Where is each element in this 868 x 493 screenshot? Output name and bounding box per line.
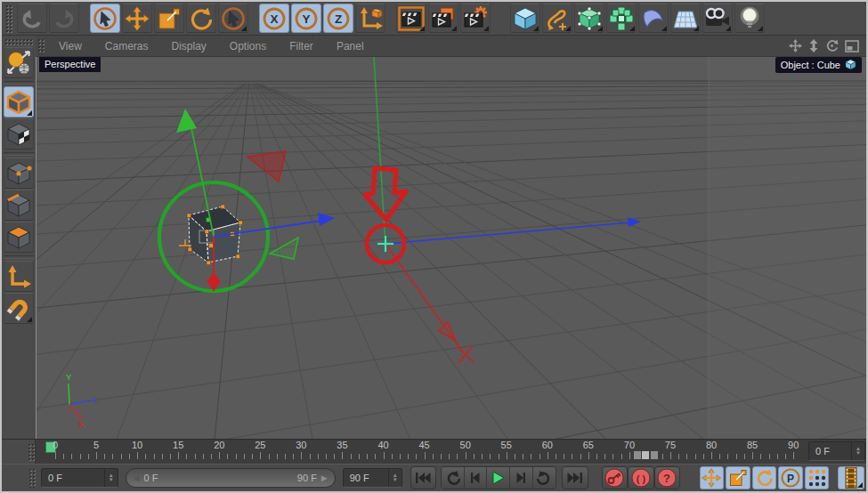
ruler-tick	[203, 454, 204, 459]
perspective-viewport[interactable]: Y Z X Perspective Object : Cube	[36, 57, 866, 439]
play-button[interactable]	[487, 467, 510, 489]
ruler-tick	[752, 452, 753, 459]
redo-button[interactable]	[49, 4, 79, 33]
toggle-view-layout-icon[interactable]	[845, 40, 859, 53]
ruler-tick	[269, 454, 270, 459]
ruler-tick	[662, 454, 663, 459]
ruler-tick	[211, 454, 212, 459]
undo-button[interactable]	[17, 4, 47, 33]
previous-frame-button[interactable]	[465, 467, 488, 489]
frame-field-stepper[interactable]: ▲▼	[851, 442, 864, 460]
lock-y-axis-button[interactable]: Y	[291, 4, 321, 33]
ruler-tick	[629, 452, 630, 459]
key-rotation-toggle[interactable]	[752, 466, 777, 489]
frame-field[interactable]: 0 F ▲▼	[808, 441, 865, 461]
rotate-view-icon[interactable]	[825, 39, 839, 53]
menu-panel[interactable]: Panel	[325, 40, 376, 53]
add-camera-button[interactable]	[702, 4, 733, 33]
move-tool-button[interactable]	[122, 4, 152, 33]
ruler-grip[interactable]	[28, 443, 35, 461]
rotate-tool-button[interactable]	[186, 4, 216, 33]
add-array-button[interactable]	[606, 4, 637, 33]
range-right-arrow-icon[interactable]: ►	[320, 473, 329, 483]
range-left-arrow-icon[interactable]: ◄	[132, 473, 142, 483]
render-view-button[interactable]	[396, 4, 426, 33]
goto-end-button[interactable]	[562, 466, 588, 489]
ruler-tick	[219, 452, 220, 459]
view-label[interactable]: Perspective	[39, 57, 101, 72]
keying-help-button[interactable]: ?	[654, 466, 681, 489]
play-forwards-button[interactable]	[533, 467, 556, 489]
ruler-tick	[604, 454, 605, 459]
texture-mode-button[interactable]	[4, 118, 34, 150]
sidebar-grip[interactable]	[4, 38, 33, 45]
end-frame-field[interactable]: 90 F ▲▼	[343, 468, 402, 488]
edge-mode-button[interactable]	[4, 190, 34, 221]
scale-tool-button[interactable]	[154, 4, 184, 33]
current-frame-field[interactable]: 0 F ▲▼	[41, 468, 118, 488]
end-frame-stepper[interactable]: ▲▼	[388, 469, 402, 487]
timeline-ruler[interactable]: 0 F ▲▼ 051015202530354045505560657075808…	[36, 440, 866, 464]
selection-flyout-button[interactable]	[218, 4, 248, 33]
y-axis-handle[interactable]	[176, 109, 197, 133]
add-spline-button[interactable]	[542, 4, 572, 33]
current-frame-stepper[interactable]: ▲▼	[104, 469, 118, 487]
add-floor-button[interactable]	[670, 4, 701, 33]
zoom-view-icon[interactable]	[808, 39, 819, 53]
lock-x-axis-button[interactable]: X	[259, 4, 289, 33]
array-modifier-icon	[608, 5, 635, 32]
menu-filter[interactable]: Filter	[278, 40, 325, 53]
autokey-objects-button[interactable]: ( )	[628, 466, 654, 489]
ruler-tick	[334, 454, 335, 459]
keyframe-selection-button[interactable]	[838, 466, 864, 489]
model-mode-button[interactable]	[4, 86, 34, 117]
goto-start-button[interactable]	[410, 466, 437, 489]
key-pla-toggle[interactable]	[805, 466, 830, 489]
polygon-mode-button[interactable]	[4, 222, 34, 253]
menu-options[interactable]: Options	[218, 40, 278, 53]
add-light-button[interactable]	[734, 4, 765, 33]
next-frame-button[interactable]	[510, 467, 533, 489]
ruler-frame-label: 90	[788, 440, 799, 450]
add-deformer-button[interactable]	[638, 4, 669, 33]
key-position-toggle[interactable]	[700, 466, 725, 489]
key-scale-toggle[interactable]	[726, 466, 750, 489]
add-cube-button[interactable]	[510, 4, 540, 33]
preview-range-slider[interactable]: ◄ 0 F 90 F ►	[126, 468, 336, 488]
toolbar-grip[interactable]	[5, 4, 13, 33]
play-forwards-icon	[536, 471, 552, 486]
ruler-tick	[793, 452, 794, 459]
ruler-tick	[384, 452, 385, 459]
menubar-grip[interactable]	[37, 38, 45, 54]
cube-object[interactable]	[179, 205, 243, 265]
live-selection-button[interactable]	[90, 4, 120, 33]
lock-z-axis-button[interactable]: Z	[323, 4, 353, 33]
ruler-tick	[145, 454, 146, 459]
snap-button[interactable]	[4, 293, 34, 324]
menu-view[interactable]: View	[47, 40, 93, 53]
point-mode-button[interactable]	[4, 158, 34, 189]
ruler-tick	[507, 452, 507, 459]
ruler-tick	[760, 454, 761, 459]
z-axis-handle[interactable]	[318, 213, 335, 226]
ruler-tick	[63, 454, 64, 459]
pan-view-icon[interactable]	[789, 39, 802, 53]
rotate-gizmo[interactable]	[159, 109, 335, 292]
filmstrip-icon	[843, 467, 859, 489]
menu-cameras[interactable]: Cameras	[93, 40, 160, 53]
make-editable-button[interactable]	[4, 47, 34, 78]
ruler-tick	[727, 454, 728, 459]
render-picture-viewer-button[interactable]	[428, 4, 458, 33]
key-parameter-toggle[interactable]: P	[778, 466, 803, 489]
axis-mode-button[interactable]	[4, 261, 34, 292]
render-settings-button[interactable]	[460, 4, 491, 33]
play-backwards-button[interactable]	[442, 467, 465, 489]
add-subdivision-surface-button[interactable]	[574, 4, 604, 33]
coordinate-system-button[interactable]	[355, 4, 385, 33]
object-badge[interactable]: Object : Cube	[775, 57, 862, 73]
menu-display[interactable]: Display	[159, 40, 217, 53]
record-keyframe-button[interactable]	[602, 466, 629, 489]
ruler-tick	[392, 454, 393, 459]
ruler-tick	[572, 454, 572, 459]
transport-grip[interactable]	[28, 468, 36, 488]
